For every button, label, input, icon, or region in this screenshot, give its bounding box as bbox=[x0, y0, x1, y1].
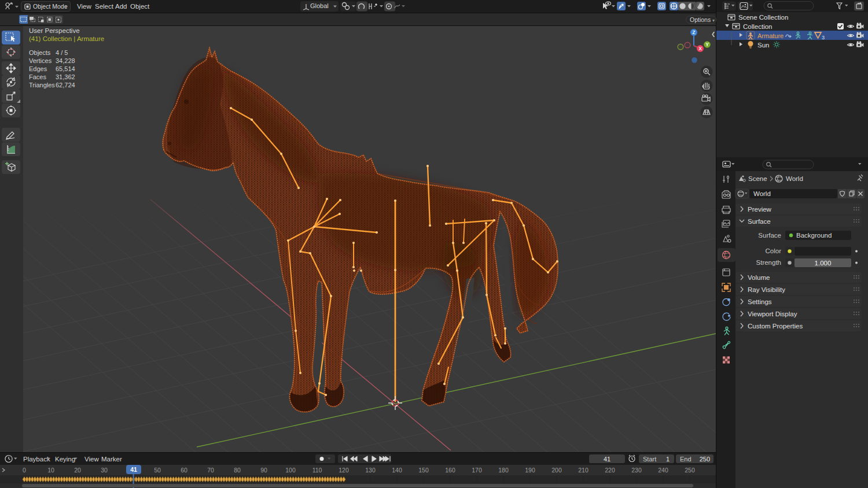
svg-text:World: World bbox=[753, 190, 771, 197]
svg-text:1.000: 1.000 bbox=[815, 260, 832, 267]
svg-text:160: 160 bbox=[445, 467, 455, 474]
svg-text:Y: Y bbox=[705, 42, 709, 47]
svg-text:210: 210 bbox=[578, 467, 589, 474]
svg-text:1: 1 bbox=[666, 456, 670, 463]
svg-text:Collection: Collection bbox=[743, 23, 773, 30]
svg-text:Background: Background bbox=[796, 232, 832, 239]
svg-text:70: 70 bbox=[207, 467, 214, 474]
svg-text:0: 0 bbox=[23, 467, 26, 474]
svg-text:Playback: Playback bbox=[23, 456, 50, 463]
svg-text:240: 240 bbox=[658, 467, 668, 474]
svg-text:100: 100 bbox=[285, 467, 296, 474]
svg-text:Color: Color bbox=[766, 247, 782, 254]
svg-text:150: 150 bbox=[418, 467, 429, 474]
svg-text:170: 170 bbox=[472, 467, 482, 474]
svg-text:Strength: Strength bbox=[756, 259, 781, 266]
svg-text:80: 80 bbox=[234, 467, 241, 474]
svg-text:X: X bbox=[698, 46, 702, 51]
svg-text:250: 250 bbox=[700, 456, 710, 463]
svg-text:Volume: Volume bbox=[748, 274, 770, 281]
svg-text:View: View bbox=[84, 456, 99, 463]
svg-text:Sun: Sun bbox=[757, 42, 769, 49]
svg-text:Scene Collection: Scene Collection bbox=[738, 14, 788, 21]
svg-text:50: 50 bbox=[154, 467, 161, 474]
svg-text:World: World bbox=[786, 175, 803, 182]
svg-text:Armature: Armature bbox=[757, 32, 784, 39]
svg-text:Marker: Marker bbox=[101, 456, 122, 463]
svg-text:20: 20 bbox=[74, 467, 81, 474]
svg-text:Custom Properties: Custom Properties bbox=[748, 323, 803, 330]
svg-text:41: 41 bbox=[604, 456, 610, 463]
svg-text:Z: Z bbox=[692, 29, 695, 35]
svg-text:10: 10 bbox=[47, 467, 54, 474]
svg-text:230: 230 bbox=[631, 467, 642, 474]
svg-text:Viewport Display: Viewport Display bbox=[748, 310, 797, 317]
svg-text:3: 3 bbox=[822, 35, 825, 40]
svg-text:Surface: Surface bbox=[748, 218, 771, 225]
svg-text:130: 130 bbox=[365, 467, 376, 474]
svg-text:190: 190 bbox=[525, 467, 535, 474]
svg-text:41: 41 bbox=[130, 466, 137, 473]
svg-text:250: 250 bbox=[685, 467, 695, 474]
svg-text:Settings: Settings bbox=[748, 298, 772, 305]
svg-text:End: End bbox=[680, 456, 692, 463]
svg-text:90: 90 bbox=[260, 467, 267, 474]
svg-text:140: 140 bbox=[392, 467, 402, 474]
svg-text:Preview: Preview bbox=[748, 206, 772, 213]
svg-text:Scene: Scene bbox=[748, 175, 767, 182]
svg-text:30: 30 bbox=[101, 467, 108, 474]
svg-text:Surface: Surface bbox=[758, 232, 781, 239]
svg-text:220: 220 bbox=[605, 467, 615, 474]
svg-text:200: 200 bbox=[551, 467, 562, 474]
svg-text:Start: Start bbox=[643, 456, 656, 463]
svg-text:❮: ❮ bbox=[711, 31, 716, 38]
svg-text:110: 110 bbox=[312, 467, 322, 474]
svg-text:Keying: Keying bbox=[55, 456, 75, 463]
svg-text:Ray Visibility: Ray Visibility bbox=[748, 286, 785, 293]
svg-text:60: 60 bbox=[181, 467, 187, 474]
svg-text:180: 180 bbox=[498, 467, 509, 474]
svg-text:120: 120 bbox=[339, 467, 349, 474]
